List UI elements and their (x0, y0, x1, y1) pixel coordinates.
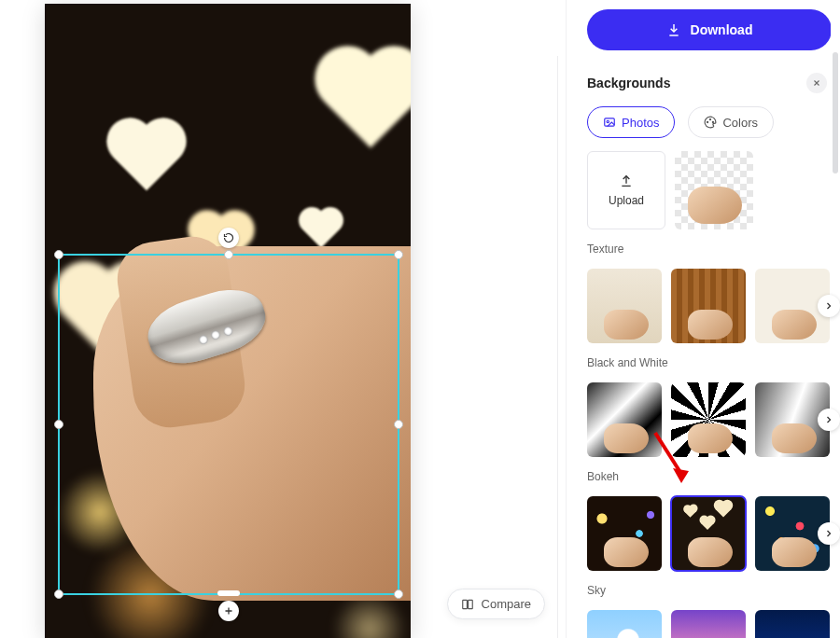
resize-handle-ml[interactable] (54, 420, 63, 429)
resize-handle-bl[interactable] (54, 589, 63, 599)
upload-label: Upload (609, 194, 644, 207)
category-label-texture: Texture (587, 243, 834, 256)
rotate-handle[interactable] (218, 228, 239, 248)
bg-option-bokeh-2[interactable] (671, 496, 746, 571)
tab-colors[interactable]: Colors (688, 106, 774, 138)
download-icon (666, 22, 681, 37)
resize-handle-bm[interactable] (217, 590, 240, 596)
bg-option-sky-2[interactable] (671, 610, 746, 638)
tab-colors-label: Colors (722, 116, 758, 130)
rotate-icon (223, 232, 234, 243)
plus-icon (223, 605, 234, 617)
svg-point-3 (607, 120, 609, 122)
resize-handle-tm[interactable] (224, 250, 233, 259)
resize-handle-br[interactable] (394, 589, 403, 599)
upload-background-button[interactable]: Upload (587, 151, 665, 229)
svg-rect-0 (462, 600, 467, 608)
compare-label: Compare (482, 597, 531, 611)
close-backgrounds-button[interactable] (806, 73, 827, 93)
transparent-background-option[interactable] (675, 151, 753, 229)
bg-option-texture-2[interactable] (671, 269, 746, 343)
tab-photos-label: Photos (622, 116, 659, 130)
backgrounds-title: Backgrounds (587, 76, 670, 90)
svg-point-6 (713, 121, 714, 122)
svg-point-5 (710, 119, 711, 120)
bg-option-sky-1[interactable] (587, 610, 662, 638)
scroll-right-texture[interactable] (818, 295, 840, 317)
resize-handle-tl[interactable] (54, 250, 63, 259)
chevron-right-icon (823, 300, 834, 312)
bg-option-bokeh-1[interactable] (587, 496, 662, 571)
image-canvas[interactable] (45, 4, 411, 638)
bg-option-bw-2[interactable] (671, 382, 746, 457)
svg-point-4 (707, 121, 708, 122)
category-label-sky: Sky (587, 584, 834, 597)
chevron-right-icon (823, 414, 834, 425)
svg-rect-1 (468, 600, 472, 608)
resize-handle-mr[interactable] (394, 420, 403, 429)
add-handle[interactable] (218, 601, 239, 621)
scroll-right-bw[interactable] (818, 409, 840, 431)
bg-option-sky-3[interactable] (755, 610, 830, 638)
editor-canvas-area: Compare (0, 0, 566, 638)
tab-photos[interactable]: Photos (587, 106, 675, 138)
compare-icon (461, 598, 474, 611)
bg-option-texture-1[interactable] (587, 269, 662, 343)
upload-icon (619, 173, 634, 188)
scroll-right-bokeh[interactable] (818, 522, 840, 545)
resize-handle-tr[interactable] (394, 250, 403, 259)
right-panel: Download Backgrounds Photos Colors Uploa… (566, 0, 840, 638)
chevron-right-icon (823, 528, 834, 539)
colors-icon (704, 116, 717, 129)
bg-option-bw-1[interactable] (587, 382, 662, 457)
selection-box[interactable] (58, 254, 399, 595)
download-label: Download (691, 22, 753, 37)
photos-icon (603, 116, 616, 129)
download-button[interactable]: Download (587, 9, 832, 50)
compare-button[interactable]: Compare (447, 589, 545, 619)
close-icon (812, 78, 821, 88)
category-label-bokeh: Bokeh (587, 470, 834, 483)
category-label-bw: Black and White (587, 356, 834, 369)
